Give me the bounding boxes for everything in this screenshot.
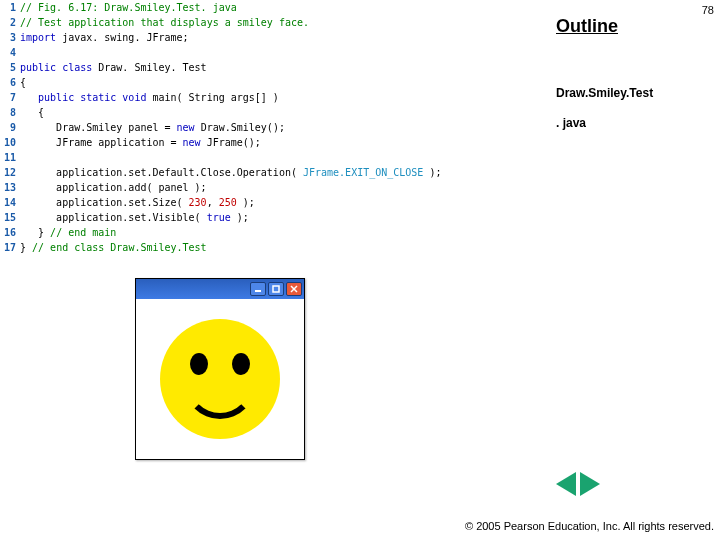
code-listing: 1// Fig. 6.17: Draw.Smiley.Test. java2//… bbox=[0, 0, 555, 255]
line-number: 10 bbox=[0, 135, 20, 150]
code-text: // Test application that displays a smil… bbox=[20, 15, 309, 30]
file-ext-label: . java bbox=[556, 116, 586, 130]
code-text: Draw.Smiley panel = new Draw.Smiley(); bbox=[20, 120, 285, 135]
titlebar bbox=[136, 279, 304, 299]
code-line: 10 JFrame application = new JFrame(); bbox=[0, 135, 555, 150]
code-text: } // end class Draw.Smiley.Test bbox=[20, 240, 207, 255]
code-text: import javax. swing. JFrame; bbox=[20, 30, 189, 45]
prev-slide-button[interactable] bbox=[556, 472, 576, 496]
svg-rect-1 bbox=[273, 286, 279, 292]
code-line: 4 bbox=[0, 45, 555, 60]
code-text: application.set.Visible( true ); bbox=[20, 210, 249, 225]
line-number: 17 bbox=[0, 240, 20, 255]
eye-left bbox=[190, 353, 208, 375]
code-line: 13 application.add( panel ); bbox=[0, 180, 555, 195]
line-number: 12 bbox=[0, 165, 20, 180]
line-number: 9 bbox=[0, 120, 20, 135]
line-number: 5 bbox=[0, 60, 20, 75]
mouth bbox=[184, 375, 256, 419]
smiley-canvas bbox=[136, 299, 304, 459]
code-line: 2// Test application that displays a smi… bbox=[0, 15, 555, 30]
code-line: 15 application.set.Visible( true ); bbox=[0, 210, 555, 225]
code-text: JFrame application = new JFrame(); bbox=[20, 135, 261, 150]
code-line: 1// Fig. 6.17: Draw.Smiley.Test. java bbox=[0, 0, 555, 15]
code-text: { bbox=[20, 75, 26, 90]
line-number: 13 bbox=[0, 180, 20, 195]
line-number: 14 bbox=[0, 195, 20, 210]
code-line: 11 bbox=[0, 150, 555, 165]
class-name-label: Draw.Smiley.Test bbox=[556, 86, 653, 100]
code-text: public static void main( String args[] ) bbox=[20, 90, 279, 105]
code-line: 5public class Draw. Smiley. Test bbox=[0, 60, 555, 75]
code-text: application.add( panel ); bbox=[20, 180, 207, 195]
outline-heading: Outline bbox=[556, 16, 618, 37]
page-number: 78 bbox=[702, 4, 714, 16]
line-number: 1 bbox=[0, 0, 20, 15]
code-line: 3import javax. swing. JFrame; bbox=[0, 30, 555, 45]
eye-right bbox=[232, 353, 250, 375]
line-number: 8 bbox=[0, 105, 20, 120]
copyright: © 2005 Pearson Education, Inc. All right… bbox=[465, 520, 714, 532]
code-line: 7 public static void main( String args[]… bbox=[0, 90, 555, 105]
code-line: 12 application.set.Default.Close.Operati… bbox=[0, 165, 555, 180]
line-number: 7 bbox=[0, 90, 20, 105]
slide-nav bbox=[556, 472, 600, 496]
code-line: 6{ bbox=[0, 75, 555, 90]
maximize-icon bbox=[268, 282, 284, 296]
line-number: 15 bbox=[0, 210, 20, 225]
smiley-face bbox=[160, 319, 280, 439]
line-number: 3 bbox=[0, 30, 20, 45]
code-text: public class Draw. Smiley. Test bbox=[20, 60, 207, 75]
smiley-window bbox=[135, 278, 305, 460]
close-icon bbox=[286, 282, 302, 296]
code-line: 8 { bbox=[0, 105, 555, 120]
line-number: 11 bbox=[0, 150, 20, 165]
code-text: } // end main bbox=[20, 225, 116, 240]
line-number: 2 bbox=[0, 15, 20, 30]
line-number: 16 bbox=[0, 225, 20, 240]
code-line: 9 Draw.Smiley panel = new Draw.Smiley(); bbox=[0, 120, 555, 135]
line-number: 4 bbox=[0, 45, 20, 60]
next-slide-button[interactable] bbox=[580, 472, 600, 496]
code-text: { bbox=[20, 105, 44, 120]
code-line: 17} // end class Draw.Smiley.Test bbox=[0, 240, 555, 255]
line-number: 6 bbox=[0, 75, 20, 90]
code-line: 16 } // end main bbox=[0, 225, 555, 240]
code-text: application.set.Default.Close.Operation(… bbox=[20, 165, 441, 180]
minimize-icon bbox=[250, 282, 266, 296]
code-text: application.set.Size( 230, 250 ); bbox=[20, 195, 255, 210]
code-line: 14 application.set.Size( 230, 250 ); bbox=[0, 195, 555, 210]
code-text: // Fig. 6.17: Draw.Smiley.Test. java bbox=[20, 0, 237, 15]
